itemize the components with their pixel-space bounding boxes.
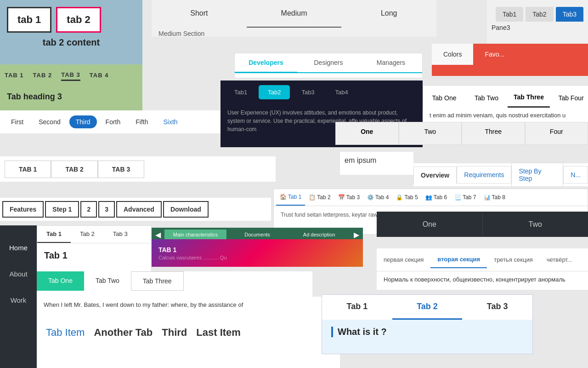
panel-box-tabs: TAB 1 TAB 2 TAB 3: [0, 156, 276, 182]
tab-two-header[interactable]: Tab Two: [465, 89, 508, 107]
tab-tr-2[interactable]: Tab2: [526, 7, 553, 22]
tab-two-green[interactable]: Tab Two: [84, 271, 131, 291]
tab-simple-1[interactable]: Tab 1: [37, 226, 71, 243]
what-is-it-heading: What is it ?: [331, 327, 523, 337]
tab-icon-8[interactable]: 📊 Tab 8: [480, 189, 509, 206]
tab-step1[interactable]: Step 1: [45, 201, 79, 218]
tab-icon-2[interactable]: 📋 Tab 2: [305, 189, 334, 206]
tab-one-dark[interactable]: One: [377, 213, 483, 236]
tab-favo[interactable]: Favo...: [473, 44, 516, 65]
tab-one-gray[interactable]: One: [335, 122, 399, 145]
tab-4-underline[interactable]: TAB 4: [90, 72, 109, 80]
sidebar-item-work[interactable]: Work: [0, 287, 37, 313]
tab-russian-3[interactable]: третья секция: [487, 252, 540, 268]
tab-gradient-dots: Calcuis vasculaires ........... Qu: [158, 255, 227, 260]
tab-simple-content: Tab 1: [37, 243, 151, 268]
russian-content-text: Нормаль к поверхности, общеизвестно, кон…: [377, 271, 588, 290]
tab-four-gray[interactable]: Four: [525, 122, 588, 145]
tab-developers[interactable]: Developers: [235, 53, 297, 73]
panel-role-tabs: Developers Designers Managers: [234, 53, 423, 78]
tab-simple-3[interactable]: Tab 3: [104, 226, 137, 243]
sidebar-item-about[interactable]: About: [0, 261, 37, 287]
tab-russian-2[interactable]: вторая секция: [430, 251, 487, 268]
arrow-right-icon[interactable]: ▶: [350, 230, 363, 239]
tab-icon-4[interactable]: ⚙️ Tab 4: [363, 189, 392, 206]
tab-russian-1[interactable]: первая секция: [377, 252, 430, 268]
tab-colors[interactable]: Colors: [432, 44, 473, 65]
tab-icon-5[interactable]: 🔒 Tab 5: [392, 189, 421, 206]
tab-russian-4[interactable]: четвёрт...: [540, 252, 579, 268]
tab-step2[interactable]: 2: [80, 201, 97, 218]
tab-fifth[interactable]: Fifth: [129, 115, 154, 128]
tab-sixth[interactable]: Sixth: [157, 115, 184, 128]
tab-n[interactable]: N...: [563, 166, 588, 184]
tab-two-dark[interactable]: Two: [483, 213, 588, 236]
tab-requirements[interactable]: Requirements: [457, 166, 511, 184]
tab-simple-2[interactable]: Tab 2: [71, 226, 104, 243]
tab-overview[interactable]: Overview: [413, 167, 457, 184]
tab-blue-3[interactable]: Tab 3: [462, 295, 532, 320]
tab-box-3[interactable]: TAB 3: [98, 161, 144, 178]
panel-feature-tabs: Features Step 1 2 3 Advanced Download: [0, 198, 271, 221]
sidebar-item-home[interactable]: Home: [0, 235, 37, 261]
tab-medium[interactable]: Medium: [247, 0, 342, 28]
tab-three-header[interactable]: Tab Three: [508, 88, 550, 108]
tab-forth[interactable]: Forth: [99, 115, 127, 128]
tab-tr-1[interactable]: Tab1: [496, 7, 523, 22]
tab-third[interactable]: Third: [69, 115, 97, 128]
tab-last-item[interactable]: Last Item: [196, 327, 241, 339]
tab-dark-3[interactable]: Tab3: [292, 85, 323, 99]
tab-download[interactable]: Download: [163, 201, 209, 218]
tab-icon-1[interactable]: 🏠 Tab 1: [276, 189, 305, 206]
tab-long[interactable]: Long: [341, 0, 436, 28]
users-icon: 👥: [425, 194, 432, 201]
tab-icon-6[interactable]: 👥 Tab 6: [422, 189, 451, 206]
tab-main-char[interactable]: Main characteristics: [164, 230, 226, 240]
pane-3-label: Pane3: [487, 22, 588, 34]
tab-blue-1[interactable]: Tab 1: [322, 295, 392, 320]
arrow-left-icon[interactable]: ◀: [152, 230, 164, 239]
tab-second[interactable]: Second: [32, 115, 67, 128]
tab-four-header[interactable]: Tab Four: [550, 89, 588, 107]
sidebar-nav: Home About Work: [0, 225, 37, 368]
tab-tr-3[interactable]: Tab3: [556, 7, 583, 22]
tab-icon-3[interactable]: 📅 Tab 3: [334, 189, 363, 206]
tab-short[interactable]: Short: [152, 0, 247, 28]
tab-designers[interactable]: Designers: [297, 53, 360, 72]
tab-box-2[interactable]: TAB 2: [51, 161, 97, 178]
tab-step-by-step[interactable]: Step By Step: [511, 162, 563, 187]
panel-one-two-three-four: One Two Three Four: [335, 122, 588, 145]
panel-tab-one-two-header: Tab One Tab Two Tab Three Tab Four: [423, 85, 588, 110]
tab-first[interactable]: First: [5, 115, 30, 128]
tab-another[interactable]: Another Tab: [94, 327, 153, 339]
tab-2-underline[interactable]: TAB 2: [33, 72, 52, 80]
tab-box-1[interactable]: TAB 1: [5, 161, 51, 178]
tab-icon-7[interactable]: 📃 Tab 7: [451, 189, 480, 206]
tab-one-header[interactable]: Tab One: [423, 89, 465, 107]
tab-documents[interactable]: Documents: [226, 230, 288, 240]
tab-advanced[interactable]: Advanced: [116, 201, 162, 218]
tab-gradient-label[interactable]: TAB 1: [158, 246, 227, 253]
panel-bordered-tabs: tab 1 tab 2 tab 2 content: [0, 0, 142, 67]
tab-three-green[interactable]: Tab Three: [131, 271, 184, 291]
tab-dark-4[interactable]: Tab4: [326, 85, 357, 99]
tab-two-gray[interactable]: Two: [399, 122, 462, 145]
tab-2-button[interactable]: tab 2: [56, 7, 101, 33]
tab-item[interactable]: Tab Item: [46, 327, 85, 339]
doc-icon: 📃: [454, 194, 461, 201]
lock-icon: 🔒: [396, 194, 403, 201]
tab-3-underline[interactable]: TAB 3: [61, 71, 80, 81]
tab-step3[interactable]: 3: [98, 201, 115, 218]
tab-managers[interactable]: Managers: [360, 53, 422, 72]
tab-1-underline[interactable]: TAB 1: [5, 72, 24, 80]
tab-features[interactable]: Features: [2, 201, 44, 218]
tab-one-green[interactable]: Tab One: [37, 271, 84, 291]
tab-three-gray[interactable]: Three: [462, 122, 525, 145]
tab-dark-1[interactable]: Tab1: [225, 85, 256, 99]
panel-tab-heading: Tab heading 3: [0, 87, 142, 110]
tab-ad-desc[interactable]: Ad description: [288, 230, 350, 240]
tab-1-button[interactable]: tab 1: [7, 7, 51, 33]
tab-blue-2[interactable]: Tab 2: [392, 295, 463, 320]
tab-dark-2[interactable]: Tab2: [259, 85, 290, 99]
tab-third-large[interactable]: Third: [162, 327, 187, 339]
